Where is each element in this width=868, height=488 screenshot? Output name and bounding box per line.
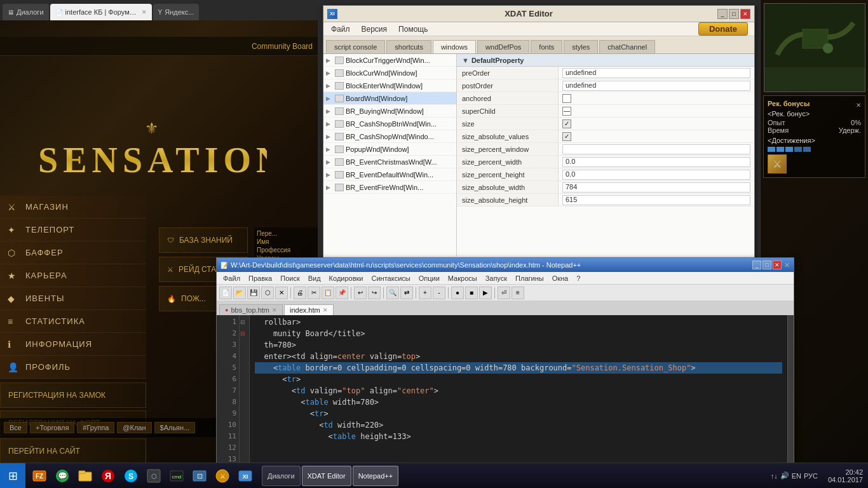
- xdat-tree-item-7[interactable]: ▶ PopupWnd[Window]: [323, 143, 456, 156]
- xdat-input-size-pct-height[interactable]: 0.0: [562, 170, 750, 180]
- npp-tool-stop[interactable]: ■: [465, 287, 478, 299]
- npp-menu-plugins[interactable]: Плагины: [512, 274, 548, 283]
- npp-tool-zoom-in[interactable]: +: [419, 287, 431, 299]
- xdat-menu-version[interactable]: Версия: [356, 24, 393, 35]
- reg-zamok-button[interactable]: РЕГИСТРАЦИЯ НА ЗАМОК: [0, 383, 146, 408]
- browser-tab-yandex[interactable]: Y Яндекс...: [153, 4, 200, 20]
- xdat-tab-chatchannel[interactable]: chatChannel: [599, 40, 655, 53]
- npp-tool-saveall[interactable]: ⬡: [261, 287, 274, 299]
- tray-lang-ru[interactable]: РУС: [804, 472, 818, 480]
- chat-tab-clan[interactable]: @Клан: [117, 422, 151, 433]
- fold-1[interactable]: ⊟: [240, 316, 248, 328]
- taskbar-icon-yandex[interactable]: Я: [98, 466, 118, 486]
- sidebar-stat[interactable]: ≡ СТАТИСТИКА: [0, 310, 146, 333]
- xdat-tab-wnddefpos[interactable]: wndDefPos: [477, 40, 529, 53]
- browser-tab-interface[interactable]: 📄 interface КБ | Форум адм... ✕: [50, 4, 152, 20]
- xdat-tree-item-0[interactable]: ▶ BlockCurTriggerWnd[Win...: [323, 54, 456, 67]
- donate-button[interactable]: Donate: [698, 22, 748, 36]
- npp-tab-close-index[interactable]: ✕: [323, 307, 328, 313]
- npp-tool-copy[interactable]: 📋: [322, 287, 334, 299]
- xdat-menu-help[interactable]: Помощь: [393, 24, 433, 35]
- npp-tool-indent[interactable]: ≡: [512, 287, 524, 299]
- taskbar-icon-xdat[interactable]: XI: [235, 466, 255, 486]
- taskbar-start-button[interactable]: ⊞: [0, 463, 25, 489]
- sidebar-teleport[interactable]: ✦ ТЕЛЕПОРТ: [0, 219, 146, 241]
- taskbar-icon-explorer[interactable]: [75, 466, 95, 486]
- tray-lang-en[interactable]: EN: [792, 472, 801, 480]
- npp-tool-play[interactable]: ▶: [479, 287, 492, 299]
- npp-tool-new[interactable]: 📄: [219, 287, 232, 299]
- chat-tab-ally[interactable]: $Альян...: [154, 422, 196, 433]
- npp-menu-edit[interactable]: Правка: [245, 274, 276, 283]
- npp-maximize-button[interactable]: □: [763, 261, 771, 269]
- npp-menu-question[interactable]: ?: [573, 274, 584, 283]
- npp-pin-icon[interactable]: ✕: [784, 261, 790, 269]
- npp-menu-encoding[interactable]: Кодировки: [325, 274, 367, 283]
- npp-tool-paste[interactable]: 📌: [336, 287, 348, 299]
- taskbar-icon-app5[interactable]: ⬡: [144, 466, 164, 486]
- taskbar-app-dialogi[interactable]: Диалоги: [262, 466, 301, 486]
- taskbar-clock[interactable]: 20:42 04.01.2017: [823, 468, 868, 484]
- xdat-tree-item-9[interactable]: ▶ BR_EventDefaultWnd[Win...: [323, 168, 456, 181]
- xdat-tree-item-10[interactable]: ▶ BR_EventFireWnd[Win...: [323, 181, 456, 194]
- taskbar-icon-cmd[interactable]: cmd: [166, 466, 187, 486]
- npp-menu-file[interactable]: Файл: [219, 274, 244, 283]
- npp-menu-syntax[interactable]: Синтаксисы: [368, 274, 414, 283]
- fold-7[interactable]: ⊟: [240, 328, 248, 339]
- sidebar-iventy[interactable]: ◆ ИВЕНТЫ: [0, 287, 146, 310]
- xdat-checkbox-size[interactable]: [562, 119, 571, 128]
- browser-tab-close-icon[interactable]: ✕: [142, 9, 147, 15]
- xdat-tree-item-6[interactable]: ▶ BR_CashShopWnd[Windo...: [323, 130, 456, 143]
- xdat-input-preorder[interactable]: undefined: [562, 68, 750, 78]
- npp-tool-redo[interactable]: ↪: [368, 287, 381, 299]
- xdat-tree-item-2[interactable]: ▶ BlockEnterWnd[Window]: [323, 79, 456, 92]
- npp-menu-macros[interactable]: Макросы: [444, 274, 481, 283]
- xdat-tree-item-3[interactable]: ▶ BoardWnd[Window]: [323, 92, 456, 105]
- sidebar-magaz[interactable]: ⚔ МАГАЗИН: [0, 196, 146, 219]
- xdat-input-size-abs-height[interactable]: 615: [562, 195, 750, 205]
- xdat-maximize-button[interactable]: □: [729, 9, 739, 19]
- sidebar-profil[interactable]: 👤 ПРОФИЛЬ: [0, 356, 146, 379]
- chat-tab-group[interactable]: #Группа: [77, 422, 114, 433]
- taskbar-app-xdat[interactable]: XDAT Editor: [302, 466, 351, 486]
- xdat-input-size-abs-width[interactable]: 784: [562, 182, 750, 193]
- npp-tool-wrap[interactable]: ⏎: [498, 287, 510, 299]
- npp-tool-find[interactable]: 🔍: [386, 287, 399, 299]
- xdat-tab-windows[interactable]: windows: [433, 40, 476, 53]
- xdat-tree-item-5[interactable]: ▶ BR_CashShopBtnWnd[Win...: [323, 118, 456, 130]
- npp-tool-open[interactable]: 📂: [233, 287, 246, 299]
- browser-tab-dialogi[interactable]: 🖥 Диалоги: [3, 4, 49, 20]
- taskbar-icon-misc[interactable]: ⊡: [189, 466, 210, 486]
- npp-scrollbar[interactable]: [787, 315, 794, 484]
- npp-tab-index[interactable]: index.htm ✕: [284, 304, 334, 315]
- sidebar-buffer[interactable]: ⬡ БАФФЕР: [0, 241, 146, 264]
- npp-menu-options[interactable]: Опции: [415, 274, 444, 283]
- npp-tool-cut[interactable]: ✂: [308, 287, 320, 299]
- perejti-button[interactable]: ПЕРЕЙТИ НА САЙТ: [0, 438, 146, 463]
- xdat-tab-fonts[interactable]: fonts: [531, 40, 562, 53]
- npp-menu-view[interactable]: Вид: [304, 274, 325, 283]
- xdat-tab-styles[interactable]: styles: [564, 40, 598, 53]
- xdat-tree-item-4[interactable]: ▶ BR_BuyingWnd[Window]: [323, 105, 456, 118]
- sidebar-kariera[interactable]: ★ КАРЬЕРА: [0, 264, 146, 287]
- xdat-input-size-pct-window[interactable]: [562, 144, 750, 154]
- npp-tab-close-bbs[interactable]: ✕: [272, 307, 277, 313]
- xdat-menu-file[interactable]: Файл: [326, 24, 355, 35]
- xdat-checkbox-superchild[interactable]: [562, 107, 571, 116]
- xdat-close-button[interactable]: ✕: [740, 9, 750, 19]
- xdat-input-size-pct-width[interactable]: 0.0: [562, 157, 750, 167]
- xdat-tab-shortcuts[interactable]: shortcuts: [386, 40, 431, 53]
- xdat-tree-item-8[interactable]: ▶ BR_EventChristmasWnd[W...: [323, 156, 456, 168]
- npp-minimize-button[interactable]: _: [752, 261, 761, 269]
- npp-tool-record[interactable]: ●: [451, 287, 464, 299]
- taskbar-icon-game[interactable]: ⚔: [212, 466, 233, 486]
- xdat-tree-item-1[interactable]: ▶ BlockCurWnd[Window]: [323, 67, 456, 79]
- npp-tool-undo[interactable]: ↩: [354, 287, 367, 299]
- xdat-minimize-button[interactable]: _: [717, 9, 728, 19]
- npp-tool-save[interactable]: 💾: [247, 287, 260, 299]
- npp-code-content[interactable]: rollbar> munity Board</title> th=780> en…: [250, 315, 787, 484]
- taskbar-icon-skype[interactable]: S: [121, 466, 141, 486]
- chat-tab-trade[interactable]: +Торговля: [30, 422, 74, 433]
- taskbar-icon-chat[interactable]: 💬: [52, 466, 72, 486]
- sidebar-info[interactable]: ℹ ИНФОРМАЦИЯ: [0, 333, 146, 356]
